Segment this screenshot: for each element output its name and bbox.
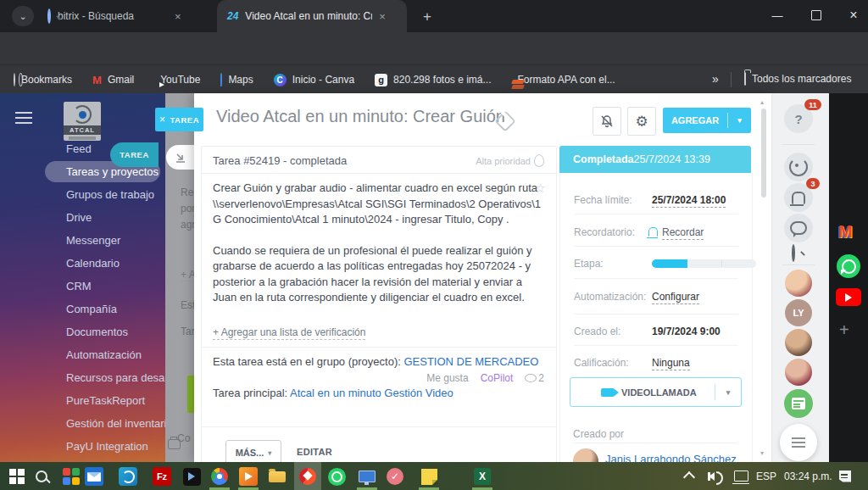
all-bookmarks-button[interactable]: Todos los marcadores <box>744 73 851 85</box>
messenger-button[interactable] <box>784 214 813 242</box>
bookmark-item[interactable]: g820.298 fotos e imá... <box>375 74 491 86</box>
taskbar-search-button[interactable] <box>31 466 52 487</box>
sidebar-item-grupos[interactable]: Grupos de trabajo <box>0 183 165 206</box>
add-shortcut-icon[interactable]: + <box>839 320 849 340</box>
sidebar-item-automatizacion[interactable]: Automatización <box>0 343 165 366</box>
reminder-link[interactable]: Recordar <box>662 226 704 240</box>
network-icon <box>734 471 748 482</box>
taskbar-dvd-app[interactable] <box>238 466 259 487</box>
task-settings-button[interactable]: ⚙ <box>627 107 656 136</box>
user-avatar[interactable] <box>785 270 812 297</box>
tray-volume[interactable] <box>709 462 715 490</box>
window-maximize-button[interactable] <box>804 3 829 27</box>
browser-tab-bitrix[interactable]: bitrix - Búsqueda × <box>37 0 215 32</box>
taskbar-mail-app[interactable] <box>84 466 104 487</box>
close-tab-icon[interactable]: × <box>379 10 386 23</box>
calendar-icon <box>792 398 805 409</box>
browser-tab-active[interactable]: 24 Video Atcal en un minuto: Crea × <box>217 0 407 32</box>
youtube-shortcut-icon[interactable] <box>836 288 861 306</box>
taskbar-whatsapp[interactable] <box>326 466 347 487</box>
panel-scrollbar[interactable]: ▴ ▾ <box>760 98 767 458</box>
rail-search-button[interactable] <box>792 246 795 261</box>
copilot-link[interactable]: CoPilot <box>481 372 514 384</box>
taskbar-teal-app[interactable] <box>118 466 138 487</box>
chevron-up-icon <box>683 471 695 483</box>
add-checklist-link[interactable]: + Agregar una lista de verificación <box>213 326 365 340</box>
bg-green-button <box>187 376 194 413</box>
taskbar-remote-pc[interactable] <box>357 466 377 487</box>
tab-search-button[interactable]: ⌄ <box>12 6 34 26</box>
task-title: Video Atcal en un minuto: Crear Guión <box>216 107 505 126</box>
taskbar-filezilla[interactable]: Fz <box>152 466 172 487</box>
taskbar-brave[interactable] <box>298 466 318 487</box>
calendar-button[interactable] <box>784 389 813 418</box>
close-task-tab[interactable]: × TAREA <box>155 108 203 131</box>
videollamada-button[interactable]: VIDEOLLAMADA ▾ <box>570 377 742 407</box>
close-tab-icon[interactable]: × <box>175 10 181 23</box>
sidebar-item-inventario[interactable]: Gestión del inventario <box>0 412 165 435</box>
scroll-up-icon[interactable]: ▴ <box>760 98 764 106</box>
user-avatar[interactable] <box>785 359 812 386</box>
taskbar-excel[interactable]: X <box>472 466 492 487</box>
bookmark-item[interactable]: YouTube <box>154 74 200 86</box>
stage-progress-bar[interactable] <box>652 259 756 268</box>
bookmark-item[interactable]: MGmail <box>92 74 134 86</box>
sidebar-item-recursos[interactable]: Recursos para desarrollad... <box>0 366 165 389</box>
tray-network[interactable] <box>734 462 748 490</box>
taskbar-sticky-notes[interactable] <box>419 466 439 487</box>
browser-tab-strip: ⌄ bitrix - Búsqueda × 24 Video Atcal en … <box>0 0 868 32</box>
edit-button[interactable]: EDITAR <box>297 447 332 457</box>
divider <box>202 426 556 427</box>
new-tab-button[interactable]: + <box>417 7 437 27</box>
scrollbar-thumb[interactable] <box>761 109 766 198</box>
tray-language[interactable]: ESP <box>756 462 776 490</box>
menu-fab-button[interactable] <box>780 424 817 461</box>
bookmarks-overflow-icon[interactable]: » <box>712 72 719 86</box>
agregar-button[interactable]: AGREGAR ▾ <box>663 108 751 133</box>
parent-task-link[interactable]: Atcal en un minuto Gestión Video <box>290 387 453 399</box>
maps-pin-icon <box>220 74 222 86</box>
group-link[interactable]: GESTION DE MERCADEO <box>403 355 538 368</box>
deadline-value[interactable]: 25/7/2024 18:00 <box>652 194 726 208</box>
action-center-button[interactable] <box>839 462 851 490</box>
tray-chevron-up[interactable] <box>685 462 693 490</box>
rating-link[interactable]: Ninguna <box>652 357 690 370</box>
window-close-button[interactable]: × <box>841 3 866 27</box>
collapse-panel-button[interactable] <box>166 145 194 170</box>
whatsapp-shortcut-icon[interactable] <box>837 254 860 278</box>
scroll-down-icon[interactable]: ▾ <box>760 449 764 457</box>
atcal-logo[interactable]: ATCAL <box>64 102 101 141</box>
user-avatar[interactable] <box>785 329 812 356</box>
sidebar-item-documentos[interactable]: Documentos <box>0 320 165 343</box>
sidebar-item-drive[interactable]: Drive <box>0 206 165 229</box>
priority-label: Alta prioridad <box>476 156 531 166</box>
tray-clock[interactable]: 03:24 p.m. <box>784 462 832 490</box>
start-button[interactable] <box>7 466 27 487</box>
sidebar-item-compania[interactable]: Compañía <box>0 298 165 320</box>
filezilla-icon: Fz <box>153 467 171 486</box>
sidebar-item-messenger[interactable]: Messenger <box>0 229 165 252</box>
mute-notifications-button[interactable] <box>593 107 621 136</box>
taskbar-check-app[interactable]: ✓ <box>385 466 405 487</box>
bookmark-item[interactable]: Formato APA con el... <box>512 74 615 86</box>
sidebar-item-calendario[interactable]: Calendario <box>0 252 165 275</box>
like-link[interactable]: Me gusta <box>426 372 468 384</box>
taskbar-media-app[interactable] <box>181 466 202 487</box>
user-avatar-initials[interactable]: LY <box>785 299 812 326</box>
hamburger-menu-icon[interactable] <box>15 112 32 124</box>
bookmark-item[interactable]: CInicio - Canva <box>274 74 354 86</box>
bookmark-item[interactable]: Bookmarks <box>14 74 72 86</box>
chevron-down-icon: ▾ <box>268 449 271 457</box>
configure-link[interactable]: Configurar <box>652 291 699 304</box>
taskbar-office-app[interactable] <box>61 466 81 487</box>
taskbar-explorer[interactable] <box>267 466 287 487</box>
created-by-label: Creado por <box>573 428 624 440</box>
sidebar-item-puretaskreport[interactable]: PureTaskReport <box>0 389 165 412</box>
gmail-shortcut-icon[interactable]: M <box>838 222 853 242</box>
sidebar-item-payu[interactable]: PayU Integration <box>0 435 165 458</box>
copilot-button[interactable] <box>784 153 813 181</box>
bookmark-item[interactable]: Maps <box>220 74 253 86</box>
sidebar-item-crm[interactable]: CRM <box>0 275 165 298</box>
taskbar-chrome[interactable] <box>209 466 230 487</box>
window-minimize-button[interactable]: — <box>765 3 790 27</box>
